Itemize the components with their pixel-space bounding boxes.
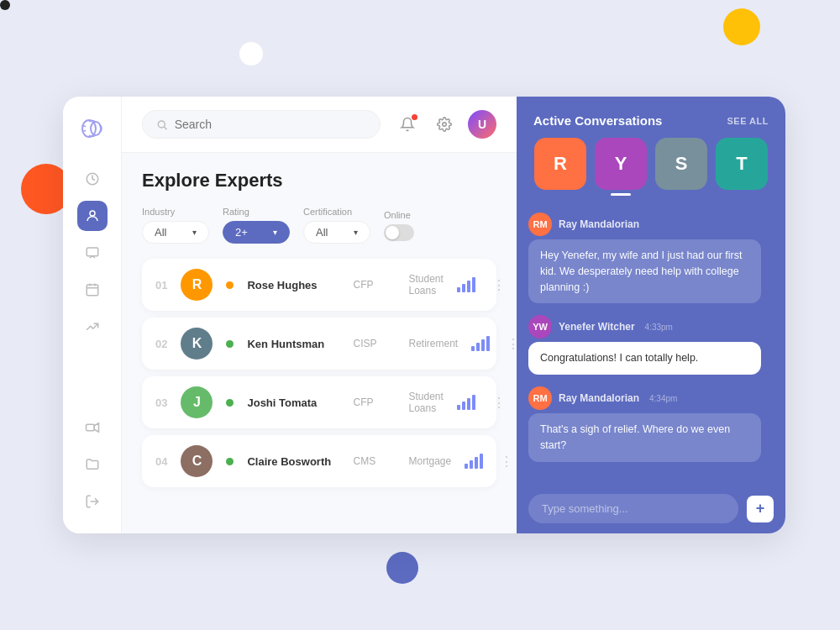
- chat-add-button[interactable]: +: [747, 496, 774, 522]
- conversation-avatar[interactable]: Y: [595, 138, 647, 190]
- bar: [472, 395, 475, 410]
- avatar-indicator: [611, 193, 631, 196]
- rating-select[interactable]: 2+ ▾: [223, 221, 290, 244]
- message-sender-avatar: YW: [528, 315, 552, 339]
- bar: [462, 284, 465, 292]
- sidebar-item-chat[interactable]: [77, 238, 108, 268]
- chevron-down-icon: ▾: [192, 228, 197, 237]
- expert-specialty: Student Loans: [408, 273, 443, 297]
- bar: [476, 343, 480, 351]
- chat-panel: Active Conversations SEE ALL RYST RMRay …: [517, 97, 785, 533]
- bar: [475, 457, 478, 469]
- expert-status-dot: [226, 281, 234, 289]
- message-group: RMRay Mandalorian4:34pmThat's a sigh of …: [528, 386, 774, 462]
- message-sender-avatar: RM: [528, 213, 552, 236]
- filter-online: Online: [384, 210, 414, 241]
- expert-cert: CFP: [353, 396, 395, 408]
- sidebar-item-chart[interactable]: [77, 312, 108, 342]
- message-bubble: Hey Yenefer, my wife and I just had our …: [528, 239, 761, 303]
- notification-dot: [412, 114, 417, 120]
- industry-select[interactable]: All ▾: [142, 221, 209, 244]
- chat-title: Active Conversations: [533, 113, 662, 128]
- bar: [467, 398, 470, 410]
- message-bubble: Congratulations! I can totally help.: [528, 342, 761, 375]
- message-group: YWYenefer Witcher4:33pmCongratulations! …: [528, 315, 774, 375]
- expert-cert: CISP: [353, 338, 395, 349]
- svg-rect-4: [87, 248, 98, 256]
- expert-more-button[interactable]: ⋮: [496, 454, 517, 470]
- expert-bars: [457, 395, 475, 410]
- chat-messages: RMRay MandalorianHey Yenefer, my wife an…: [517, 206, 785, 484]
- svg-marker-10: [94, 423, 98, 433]
- expert-specialty: Student Loans: [408, 391, 443, 414]
- conversation-avatar[interactable]: T: [716, 138, 768, 190]
- svg-line-13: [164, 127, 166, 129]
- expert-row[interactable]: 03 J Joshi Tomata CFP Student Loans ⋮: [142, 376, 496, 428]
- expert-cert: CFP: [353, 279, 395, 291]
- bar: [462, 402, 465, 410]
- expert-avatar: J: [181, 386, 213, 418]
- expert-bars: [457, 277, 475, 292]
- see-all-button[interactable]: SEE ALL: [727, 116, 769, 126]
- sidebar-item-calendar[interactable]: [77, 275, 108, 305]
- conversation-avatar-item: Y: [595, 138, 647, 196]
- message-sender-name: Yenefer Witcher: [559, 321, 635, 333]
- search-bar[interactable]: [142, 110, 381, 139]
- sidebar-item-users[interactable]: [77, 201, 108, 231]
- conversation-avatar[interactable]: R: [534, 138, 586, 190]
- expert-row[interactable]: 04 C Claire Bosworth CMS Mortgage ⋮: [142, 435, 496, 487]
- svg-rect-5: [87, 285, 98, 296]
- filter-industry: Industry All ▾: [142, 207, 209, 244]
- filter-certification: Certification All ▾: [303, 207, 370, 244]
- expert-avatar: R: [181, 269, 213, 301]
- expert-name: Joshi Tomata: [247, 396, 339, 409]
- user-avatar-header[interactable]: U: [468, 110, 496, 139]
- deco-circle-blue: [386, 552, 418, 584]
- chat-header: Active Conversations SEE ALL: [517, 97, 785, 138]
- search-input[interactable]: [175, 118, 366, 131]
- expert-row[interactable]: 02 K Ken Huntsman CISP Retirement ⋮: [142, 318, 496, 370]
- expert-status-dot: [226, 399, 234, 407]
- deco-dot-dark: [0, 0, 10, 10]
- bar: [465, 464, 468, 469]
- svg-point-14: [443, 123, 447, 127]
- expert-name: Rose Hughes: [247, 279, 339, 291]
- expert-more-button[interactable]: ⋮: [503, 336, 517, 352]
- expert-name: Claire Bosworth: [247, 455, 339, 468]
- bar: [472, 277, 475, 292]
- settings-button[interactable]: [431, 111, 458, 138]
- chat-input[interactable]: [528, 494, 738, 523]
- notifications-button[interactable]: [394, 111, 421, 138]
- chat-input-row: +: [517, 484, 785, 533]
- sidebar-item-clock[interactable]: [77, 164, 108, 194]
- message-time: 4:34pm: [649, 394, 677, 403]
- conversation-avatar[interactable]: S: [655, 138, 707, 190]
- filter-rating: Rating 2+ ▾: [223, 207, 290, 244]
- bar: [480, 454, 483, 469]
- sidebar-item-video[interactable]: [77, 412, 108, 443]
- bar: [481, 339, 485, 351]
- expert-bars: [471, 336, 490, 351]
- online-toggle[interactable]: [384, 224, 414, 241]
- bar: [467, 281, 470, 292]
- expert-number: 03: [155, 396, 167, 409]
- certification-select[interactable]: All ▾: [303, 221, 370, 244]
- chevron-down-icon-cert: ▾: [354, 228, 358, 237]
- message-group: RMRay MandalorianHey Yenefer, my wife an…: [528, 213, 774, 303]
- expert-specialty: Retirement: [408, 338, 458, 349]
- bar: [457, 287, 460, 292]
- search-icon: [156, 118, 168, 131]
- sidebar-item-folder[interactable]: [77, 449, 108, 480]
- message-sender-avatar: RM: [528, 386, 552, 410]
- message-sender-name: Ray Mandalorian: [559, 218, 639, 230]
- message-bubble: That's a sigh of relief. Where do we eve…: [528, 413, 761, 462]
- sidebar-logo: [77, 113, 108, 144]
- expert-row[interactable]: 01 R Rose Hughes CFP Student Loans ⋮: [142, 259, 496, 311]
- expert-more-button[interactable]: ⋮: [489, 277, 509, 293]
- expert-more-button[interactable]: ⋮: [489, 395, 509, 411]
- expert-number: 04: [155, 455, 167, 468]
- bar: [486, 336, 490, 351]
- svg-point-3: [90, 211, 95, 216]
- conversation-avatar-row: RYST: [517, 138, 785, 206]
- sidebar-item-logout[interactable]: [77, 486, 108, 517]
